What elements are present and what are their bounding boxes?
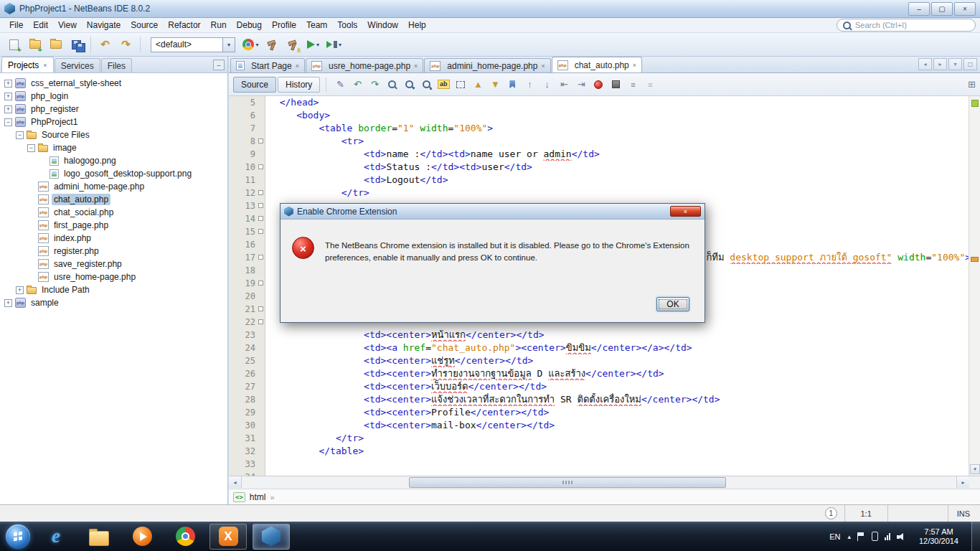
menu-file[interactable]: File	[4, 19, 28, 32]
tree-item[interactable]: +php_login	[0, 90, 227, 103]
menu-window[interactable]: Window	[362, 19, 403, 32]
editor-tab-usre-home-page-php[interactable]: usre_home-page.php×	[306, 58, 423, 72]
expand-toggle-icon[interactable]: +	[4, 105, 12, 113]
debug-project-button[interactable]: ▾	[324, 35, 344, 54]
previous-bookmark-button[interactable]: ▲	[470, 77, 486, 93]
chrome-taskbar-button[interactable]	[166, 524, 204, 550]
expand-toggle-icon[interactable]: −	[4, 118, 12, 126]
fold-marker-icon[interactable]	[258, 216, 263, 221]
find-selection-button[interactable]	[384, 77, 400, 93]
fold-marker-icon[interactable]	[258, 281, 263, 286]
back-button[interactable]: ↶	[349, 77, 365, 93]
tree-item[interactable]: +php_register	[0, 103, 227, 116]
fold-marker-icon[interactable]	[258, 255, 263, 260]
scroll-right-button[interactable]: ▸	[956, 476, 969, 488]
tree-item[interactable]: logo_gosoft_desktop-support.png	[0, 167, 227, 180]
error-stripe[interactable]: ▾	[969, 96, 980, 476]
rectangular-selection-button[interactable]	[453, 77, 468, 93]
forward-button[interactable]: ↷	[367, 77, 382, 93]
toggle-highlight-search-button[interactable]: ab	[435, 77, 451, 93]
menu-tools[interactable]: Tools	[332, 19, 362, 32]
menu-help[interactable]: Help	[403, 19, 431, 32]
save-all-button[interactable]	[67, 35, 86, 54]
close-button[interactable]: ×	[954, 2, 976, 16]
next-bookmark-button[interactable]: ▼	[487, 77, 503, 93]
menu-navigate[interactable]: Navigate	[82, 19, 126, 32]
close-tab-icon[interactable]: ×	[414, 62, 418, 70]
dialog-close-button[interactable]: ×	[670, 206, 701, 217]
warning-mark[interactable]	[971, 257, 979, 262]
panel-tab-files[interactable]: Files	[101, 58, 132, 72]
ok-button[interactable]: OK	[656, 297, 689, 311]
tree-item[interactable]: usre_home-page.php	[0, 270, 227, 283]
fold-marker-icon[interactable]	[258, 164, 263, 169]
close-icon[interactable]: ×	[43, 62, 47, 69]
stop-macro-recording-button[interactable]	[608, 77, 623, 93]
volume-icon[interactable]	[897, 532, 906, 541]
chevron-down-icon[interactable]: ▾	[222, 38, 235, 52]
tree-item[interactable]: chat_auto.php	[0, 193, 227, 206]
tree-item[interactable]: index.php	[0, 232, 227, 245]
maximize-button[interactable]: ▢	[931, 2, 953, 16]
clock[interactable]: 7:57 AM 12/30/2014	[919, 527, 958, 546]
explorer-taskbar-button[interactable]	[80, 524, 118, 550]
dialog-title-bar[interactable]: Enable Chrome Extension ×	[281, 204, 705, 220]
expand-toggle-icon[interactable]: −	[27, 144, 35, 152]
language-indicator[interactable]: EN	[829, 532, 840, 541]
tree-item[interactable]: −PhpProject1	[0, 116, 227, 128]
expand-toggle-icon[interactable]: +	[4, 80, 12, 88]
tree-item[interactable]: first_page.php	[0, 219, 227, 232]
tree-item[interactable]: −image	[0, 141, 227, 154]
menu-edit[interactable]: Edit	[28, 19, 53, 32]
xampp-taskbar-button[interactable]	[209, 524, 247, 550]
fold-marker-icon[interactable]	[258, 306, 263, 311]
minimize-button[interactable]: –	[908, 2, 930, 16]
tree-item[interactable]: chat_social.php	[0, 206, 227, 219]
scroll-down-button[interactable]: ▾	[970, 464, 980, 474]
shift-left-button[interactable]: ⇤	[556, 77, 572, 93]
config-select[interactable]: <default> ▾	[151, 37, 235, 52]
scrollbar-thumb[interactable]	[409, 477, 726, 488]
menu-refactor[interactable]: Refactor	[163, 19, 205, 32]
menu-source[interactable]: Source	[126, 19, 163, 32]
undo-button[interactable]: ↶	[95, 35, 115, 54]
tree-item[interactable]: −Source Files	[0, 128, 227, 141]
tree-item[interactable]: save_register.php	[0, 258, 227, 270]
notifications-icon[interactable]: 1	[825, 507, 837, 519]
fold-marker-icon[interactable]	[258, 138, 263, 143]
tab-list-button[interactable]: ▾	[948, 58, 962, 70]
expand-toggle-icon[interactable]: +	[16, 286, 24, 294]
tree-item[interactable]: admini_home-page.php	[0, 180, 227, 193]
history-view-button[interactable]: History	[278, 77, 320, 93]
new-file-button[interactable]: +	[4, 35, 24, 54]
menu-run[interactable]: Run	[206, 19, 232, 32]
redo-button[interactable]: ↷	[116, 35, 136, 54]
start-macro-recording-button[interactable]	[590, 77, 606, 93]
open-project-button[interactable]	[46, 35, 65, 54]
fold-marker-icon[interactable]	[258, 203, 263, 208]
uncomment-button[interactable]: ≡	[642, 77, 658, 93]
expand-toggle-icon[interactable]: +	[4, 93, 12, 100]
comment-button[interactable]: ≡	[625, 77, 641, 93]
fold-marker-icon[interactable]	[258, 229, 263, 234]
fold-marker-icon[interactable]	[258, 319, 263, 324]
close-tab-icon[interactable]: ×	[296, 62, 299, 70]
close-tab-icon[interactable]: ×	[633, 62, 636, 69]
expand-toggle-icon[interactable]: +	[4, 299, 12, 307]
build-button[interactable]	[262, 35, 281, 54]
find-previous-button[interactable]: ▲	[418, 77, 434, 93]
last-edit-position-button[interactable]: ✎	[332, 77, 348, 93]
expand-toggle-icon[interactable]: −	[16, 131, 24, 139]
horizontal-scrollbar[interactable]: ◂ ▸	[229, 476, 980, 489]
shift-right-button[interactable]: ⇥	[573, 77, 589, 93]
next-occurrence-button[interactable]: ↓	[539, 77, 555, 93]
menu-profile[interactable]: Profile	[267, 19, 301, 32]
split-editor-icon[interactable]: ⊞	[968, 79, 976, 90]
device-icon[interactable]	[872, 532, 878, 541]
internet-explorer-taskbar-button[interactable]	[37, 524, 75, 550]
new-project-button[interactable]: +	[25, 35, 44, 54]
editor-tab-start-page[interactable]: Start Page×	[230, 58, 305, 72]
clean-and-build-button[interactable]	[283, 35, 302, 54]
maximize-editor-button[interactable]: ▢	[963, 58, 977, 70]
netbeans-taskbar-button[interactable]	[253, 524, 290, 550]
